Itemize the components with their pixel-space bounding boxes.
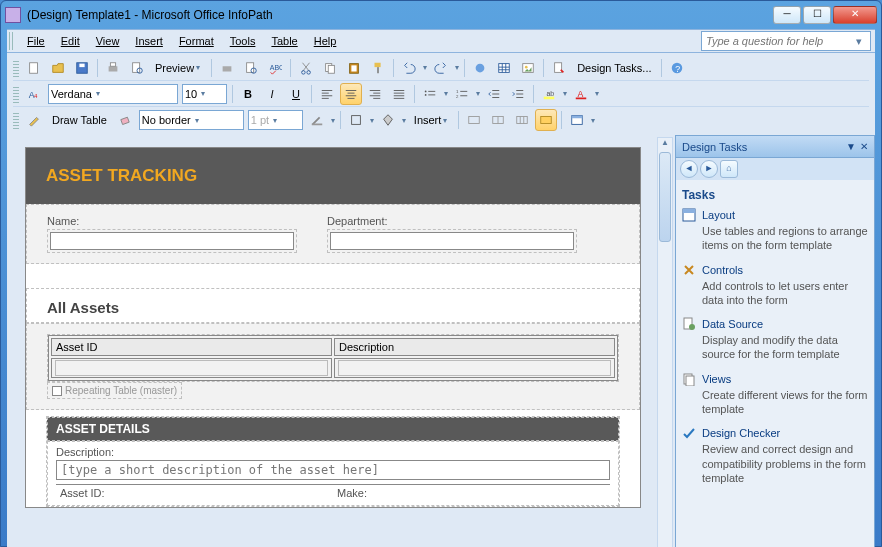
bold-icon[interactable]: B <box>237 83 259 105</box>
font-size-select[interactable]: 10▾ <box>182 84 227 104</box>
shading-dropdown[interactable]: ▾ <box>400 116 408 125</box>
help-icon[interactable]: ? <box>666 57 688 79</box>
assets-table[interactable]: Asset ID Description <box>48 335 618 381</box>
bullets-dropdown[interactable]: ▾ <box>442 89 450 98</box>
scroll-up-icon[interactable]: ▲ <box>658 138 672 152</box>
cut-icon[interactable] <box>295 57 317 79</box>
chevron-down-icon[interactable]: ▾ <box>852 35 866 48</box>
help-search-input[interactable] <box>702 35 852 47</box>
increase-indent-icon[interactable] <box>507 83 529 105</box>
save-icon[interactable] <box>71 57 93 79</box>
task-data-source[interactable]: Data Source <box>682 317 868 331</box>
paste-icon[interactable] <box>343 57 365 79</box>
task-layout[interactable]: Layout <box>682 208 868 222</box>
menu-table[interactable]: Table <box>263 32 305 50</box>
help-search[interactable]: ▾ <box>701 31 871 51</box>
font-color-icon[interactable]: A <box>570 83 592 105</box>
toolbar-grip[interactable] <box>13 85 19 103</box>
justify-icon[interactable] <box>388 83 410 105</box>
split-cells-icon[interactable] <box>487 109 509 131</box>
task-pane-header[interactable]: Design Tasks ▼ ✕ <box>676 136 874 158</box>
close-icon[interactable]: ✕ <box>860 141 868 152</box>
form-title[interactable]: ASSET TRACKING <box>46 166 620 186</box>
maximize-button[interactable]: ☐ <box>803 6 831 24</box>
redo-dropdown[interactable]: ▾ <box>453 63 461 72</box>
insert-button[interactable]: Insert▾ <box>408 109 456 131</box>
hyperlink-icon[interactable] <box>469 57 491 79</box>
print-preview-icon-2[interactable] <box>240 57 262 79</box>
align-right-icon[interactable] <box>364 83 386 105</box>
menu-format[interactable]: Format <box>171 32 222 50</box>
spellcheck-icon[interactable]: ABC <box>264 57 286 79</box>
copy-icon[interactable] <box>319 57 341 79</box>
chevron-down-icon[interactable]: ▼ <box>846 141 856 152</box>
menu-file[interactable]: File <box>19 32 53 50</box>
table-props-icon[interactable] <box>566 109 588 131</box>
task-design-checker[interactable]: Design Checker <box>682 426 868 440</box>
open-icon[interactable] <box>47 57 69 79</box>
close-button[interactable]: ✕ <box>833 6 877 24</box>
menu-help[interactable]: Help <box>306 32 345 50</box>
forward-icon[interactable]: ► <box>700 160 718 178</box>
italic-icon[interactable]: I <box>261 83 283 105</box>
cells-icon-4[interactable] <box>535 109 557 131</box>
highlight-icon[interactable]: ab <box>538 83 560 105</box>
draw-table-icon[interactable] <box>23 109 45 131</box>
design-canvas[interactable]: ASSET TRACKING Name: Department: <box>7 135 675 547</box>
borders-icon[interactable] <box>345 109 367 131</box>
task-controls[interactable]: Controls <box>682 263 868 277</box>
asset-id-cell[interactable] <box>55 360 328 376</box>
scroll-thumb[interactable] <box>659 152 671 242</box>
menu-edit[interactable]: Edit <box>53 32 88 50</box>
menu-insert[interactable]: Insert <box>127 32 171 50</box>
numbering-dropdown[interactable]: ▾ <box>474 89 482 98</box>
align-left-icon[interactable] <box>316 83 338 105</box>
design-tasks-button[interactable]: Design Tasks... <box>571 57 657 79</box>
border-width-select[interactable]: 1 pt▾ <box>248 110 303 130</box>
insert-picture-icon[interactable] <box>517 57 539 79</box>
preview-button[interactable]: Preview▾ <box>149 57 208 79</box>
menu-view[interactable]: View <box>88 32 128 50</box>
font-name-select[interactable]: Verdana▾ <box>48 84 178 104</box>
description-cell[interactable] <box>338 360 611 376</box>
department-input[interactable] <box>330 232 574 250</box>
print-icon[interactable] <box>102 57 124 79</box>
name-input[interactable] <box>50 232 294 250</box>
vertical-scrollbar[interactable]: ▲ ▼ <box>657 137 673 547</box>
toolbar-grip[interactable] <box>13 111 19 129</box>
print-icon-2[interactable] <box>216 57 238 79</box>
decrease-indent-icon[interactable] <box>483 83 505 105</box>
design-tasks-icon[interactable] <box>548 57 570 79</box>
new-icon[interactable] <box>23 57 45 79</box>
repeating-table-hint[interactable]: Repeating Table (master) <box>47 382 182 399</box>
insert-table-icon[interactable] <box>493 57 515 79</box>
description-input[interactable]: [type a short description of the asset h… <box>56 460 610 480</box>
undo-dropdown[interactable]: ▾ <box>421 63 429 72</box>
border-style-select[interactable]: No border▾ <box>139 110 244 130</box>
borders-dropdown[interactable]: ▾ <box>368 116 376 125</box>
toolbar-grip[interactable] <box>13 59 19 77</box>
minimize-button[interactable]: ─ <box>773 6 801 24</box>
merge-cells-icon[interactable] <box>463 109 485 131</box>
shading-icon[interactable] <box>377 109 399 131</box>
print-preview-icon[interactable] <box>126 57 148 79</box>
toolbar-grip[interactable] <box>9 32 15 50</box>
redo-icon[interactable] <box>430 57 452 79</box>
draw-table-button[interactable]: Draw Table <box>46 109 113 131</box>
font-color-dropdown[interactable]: ▾ <box>593 89 601 98</box>
highlight-dropdown[interactable]: ▾ <box>561 89 569 98</box>
border-color-dropdown[interactable]: ▾ <box>329 116 337 125</box>
format-painter-icon[interactable] <box>367 57 389 79</box>
back-icon[interactable]: ◄ <box>680 160 698 178</box>
cells-icon-3[interactable] <box>511 109 533 131</box>
align-center-icon[interactable] <box>340 83 362 105</box>
task-views[interactable]: Views <box>682 372 868 386</box>
eraser-icon[interactable] <box>114 109 136 131</box>
table-props-dropdown[interactable]: ▾ <box>589 116 597 125</box>
bullets-icon[interactable] <box>419 83 441 105</box>
menu-tools[interactable]: Tools <box>222 32 264 50</box>
numbering-icon[interactable]: 12 <box>451 83 473 105</box>
underline-icon[interactable]: U <box>285 83 307 105</box>
border-color-icon[interactable] <box>306 109 328 131</box>
home-icon[interactable]: ⌂ <box>720 160 738 178</box>
